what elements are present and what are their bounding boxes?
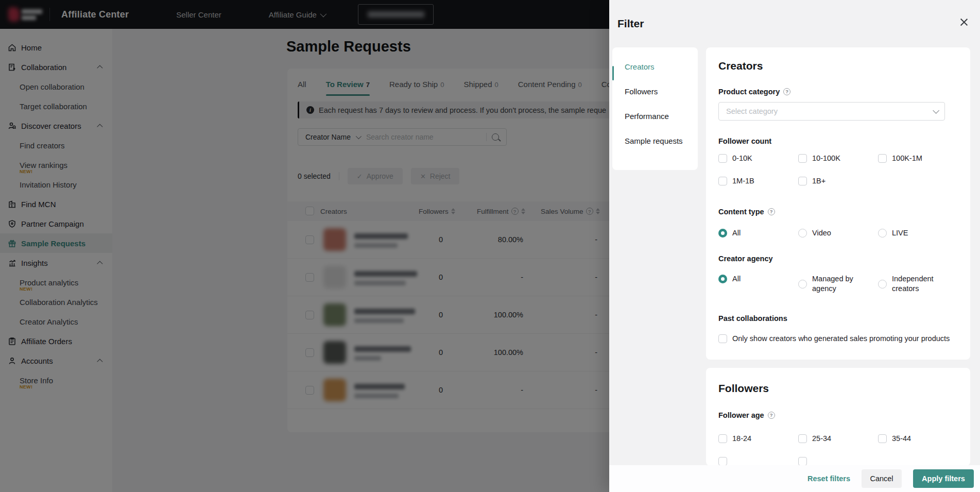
help-icon: ? [783, 88, 790, 95]
filter-menu-performance[interactable]: Performance [612, 104, 698, 129]
apply-filters-button[interactable]: Apply filters [913, 469, 974, 488]
checkbox-option[interactable]: 18-24 [718, 434, 798, 444]
radio-option[interactable]: All [718, 274, 798, 284]
creator-agency-label: Creator agency [718, 253, 958, 264]
checkbox-option[interactable] [718, 457, 798, 466]
filter-panel: Filter Creators Followers Performance Sa… [609, 0, 980, 492]
checkbox[interactable] [878, 434, 887, 443]
past-collaborations-checkbox-option[interactable]: Only show creators who generated sales p… [718, 334, 958, 344]
follower-age-label: Follower age ? [718, 410, 958, 420]
checkbox[interactable] [798, 177, 807, 185]
checkbox-option[interactable]: 1M-1B [718, 176, 798, 186]
filter-menu-followers[interactable]: Followers [612, 79, 698, 104]
checkbox[interactable] [878, 154, 887, 163]
checkbox[interactable] [718, 177, 727, 185]
radio-option[interactable]: Independent creators [878, 274, 958, 294]
app-root: Affiliate Center Seller Center Affiliate… [0, 0, 980, 492]
checkbox-option[interactable]: 0-10K [718, 154, 798, 163]
radio[interactable] [878, 229, 887, 237]
chevron-down-icon [933, 107, 939, 114]
creator-agency-options: All Managed by agency Independent creato… [718, 274, 958, 294]
follower-count-options: 0-10K 10-100K 100K-1M 1M-1B 1B+ [718, 154, 958, 186]
checkbox[interactable] [718, 334, 727, 343]
checkbox-option[interactable]: 100K-1M [878, 154, 958, 163]
radio[interactable] [798, 229, 807, 237]
radio-selected[interactable] [718, 229, 727, 237]
checkbox-option[interactable]: 35-44 [878, 434, 958, 444]
checkbox[interactable] [718, 154, 727, 163]
follower-age-options: 18-24 25-34 35-44 [718, 434, 958, 444]
content-type-label: Content type ? [718, 207, 958, 217]
filter-menu-sample-requests[interactable]: Sample requests [612, 129, 698, 154]
help-icon: ? [768, 208, 775, 215]
radio-option[interactable]: All [718, 228, 798, 238]
reset-filters-button[interactable]: Reset filters [807, 474, 850, 483]
follower-age-options-clipped [718, 457, 958, 466]
radio-selected[interactable] [718, 275, 727, 283]
radio-option[interactable]: Video [798, 228, 878, 238]
close-icon[interactable] [958, 16, 970, 28]
active-indicator [612, 66, 614, 80]
checkbox[interactable] [798, 434, 807, 443]
radio[interactable] [878, 280, 887, 289]
checkbox-option[interactable]: 10-100K [798, 154, 878, 163]
checkbox-option[interactable] [798, 457, 878, 466]
filter-creators-card: Creators Product category ? Select categ… [706, 47, 970, 360]
filter-followers-card: Followers Follower age ? 18-24 25-34 35-… [706, 368, 970, 466]
checkbox-option[interactable]: 25-34 [798, 434, 878, 444]
checkbox[interactable] [798, 457, 807, 466]
filter-footer: Reset filters Cancel Apply filters [609, 465, 980, 492]
cancel-button[interactable]: Cancel [862, 469, 902, 488]
section-heading-followers: Followers [718, 381, 958, 396]
checkbox[interactable] [718, 457, 727, 466]
help-icon: ? [768, 412, 775, 419]
past-collaborations-label: Past collaborations [718, 313, 958, 324]
radio-option[interactable]: Managed by agency [798, 274, 878, 294]
checkbox-option[interactable]: 1B+ [798, 176, 878, 186]
filter-section-menu: Creators Followers Performance Sample re… [612, 47, 698, 170]
filter-menu-creators[interactable]: Creators [612, 55, 698, 79]
section-heading-creators: Creators [718, 59, 958, 73]
checkbox[interactable] [718, 434, 727, 443]
product-category-label: Product category ? [718, 87, 958, 97]
product-category-select[interactable]: Select category [718, 102, 945, 121]
radio-option[interactable]: LIVE [878, 228, 958, 238]
follower-count-label: Follower count [718, 136, 958, 146]
filter-panel-title: Filter [617, 18, 644, 30]
checkbox[interactable] [798, 154, 807, 163]
content-type-options: All Video LIVE [718, 228, 958, 238]
radio[interactable] [798, 280, 807, 289]
